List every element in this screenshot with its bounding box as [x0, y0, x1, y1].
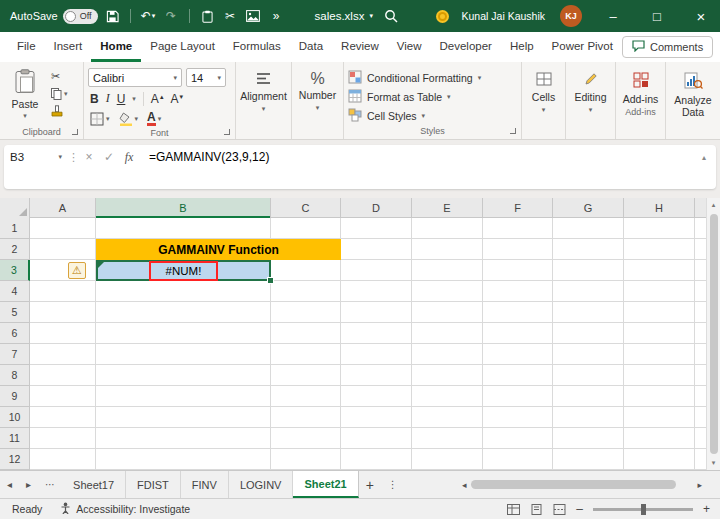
- format-as-table-button[interactable]: Format as Table ▾: [348, 88, 517, 105]
- tab-formulas[interactable]: Formulas: [224, 32, 290, 62]
- add-ins-button[interactable]: Add-ins: [620, 65, 661, 105]
- redo-icon[interactable]: ↷: [163, 4, 180, 28]
- clipboard-icon[interactable]: [199, 4, 216, 28]
- page-layout-view-icon[interactable]: [530, 504, 543, 515]
- new-sheet-button[interactable]: +: [359, 471, 381, 498]
- tab-data[interactable]: Data: [290, 32, 332, 62]
- maximize-button[interactable]: □: [638, 0, 676, 32]
- sheet-more-icon[interactable]: ⋯: [38, 471, 62, 498]
- row-header-7[interactable]: 7: [0, 344, 30, 365]
- scroll-left-icon[interactable]: ◂: [458, 480, 471, 490]
- cell-b3-selected[interactable]: #NUM!: [96, 260, 271, 281]
- column-header-e[interactable]: E: [412, 198, 483, 218]
- page-break-view-icon[interactable]: [553, 504, 566, 515]
- grid-column-d[interactable]: [341, 218, 412, 470]
- row-header-2[interactable]: 2: [0, 239, 30, 260]
- grid-column-g[interactable]: [553, 218, 624, 470]
- shrink-font-button[interactable]: A▾: [170, 92, 183, 106]
- italic-button[interactable]: I: [106, 91, 110, 106]
- row-header-10[interactable]: 10: [0, 407, 30, 428]
- rewards-icon[interactable]: [436, 10, 449, 23]
- name-box-resizer[interactable]: ⋮: [68, 145, 79, 169]
- zoom-in-icon[interactable]: +: [703, 502, 710, 516]
- font-dialog-launcher-icon[interactable]: [224, 129, 230, 135]
- normal-view-icon[interactable]: [507, 504, 520, 515]
- row-header-3[interactable]: 3: [0, 260, 30, 281]
- scroll-down-icon[interactable]: ▾: [707, 456, 720, 470]
- sheet-tab-loginv[interactable]: LOGINV: [229, 471, 294, 498]
- fill-handle[interactable]: [267, 277, 274, 284]
- format-painter-button[interactable]: [51, 104, 68, 117]
- filename[interactable]: sales.xlsx▾: [315, 10, 373, 22]
- row-header-1[interactable]: 1: [0, 218, 30, 239]
- underline-button[interactable]: U: [117, 92, 126, 106]
- error-options-icon[interactable]: ⚠: [68, 262, 86, 279]
- paste-button[interactable]: Paste ▾: [4, 65, 46, 125]
- row-header-9[interactable]: 9: [0, 386, 30, 407]
- scroll-right-icon[interactable]: ▸: [693, 480, 706, 490]
- number-button[interactable]: % Number ▾: [296, 65, 339, 112]
- borders-button[interactable]: ▾: [90, 112, 110, 126]
- name-box[interactable]: B3▾: [4, 145, 68, 169]
- autosave-pill[interactable]: Off: [63, 9, 98, 24]
- cell-b2-title[interactable]: GAMMAINV Function: [96, 239, 341, 260]
- tab-page-layout[interactable]: Page Layout: [141, 32, 224, 62]
- row-header-4[interactable]: 4: [0, 281, 30, 302]
- zoom-out-icon[interactable]: –: [576, 502, 583, 516]
- fill-color-button[interactable]: ▾: [119, 112, 139, 126]
- undo-icon[interactable]: ↶▾: [140, 4, 157, 28]
- column-header-b[interactable]: B: [96, 198, 271, 218]
- copy-button[interactable]: ▾: [51, 87, 68, 100]
- conditional-formatting-button[interactable]: Conditional Formatting ▾: [348, 69, 517, 86]
- tab-review[interactable]: Review: [332, 32, 388, 62]
- font-name-select[interactable]: Calibri▾: [88, 68, 182, 87]
- more-commands-icon[interactable]: »: [268, 4, 285, 28]
- tab-power-pivot[interactable]: Power Pivot: [543, 32, 622, 62]
- cells-button[interactable]: Cells ▾: [526, 65, 561, 114]
- user-name[interactable]: Kunal Jai Kaushik: [462, 10, 545, 22]
- tab-view[interactable]: View: [388, 32, 431, 62]
- column-header-c[interactable]: C: [271, 198, 341, 218]
- analyze-data-button[interactable]: Analyze Data: [670, 65, 716, 118]
- comments-button[interactable]: Comments: [622, 36, 713, 58]
- column-header-a[interactable]: A: [30, 198, 96, 218]
- accessibility-status[interactable]: Accessibility: Investigate: [60, 502, 190, 516]
- collapse-formula-bar-icon[interactable]: ▴: [692, 145, 716, 169]
- font-color-button[interactable]: A▾: [147, 112, 161, 126]
- tab-insert[interactable]: Insert: [45, 32, 92, 62]
- column-header-g[interactable]: G: [553, 198, 624, 218]
- column-header-f[interactable]: F: [483, 198, 553, 218]
- grid-column-a[interactable]: [30, 218, 96, 470]
- scroll-up-icon[interactable]: ▴: [707, 198, 720, 212]
- bold-button[interactable]: B: [90, 92, 99, 106]
- sheet-tab-fdist[interactable]: FDIST: [126, 471, 181, 498]
- cell-styles-button[interactable]: Cell Styles ▾: [348, 107, 517, 124]
- cancel-icon[interactable]: ×: [79, 145, 99, 169]
- tab-help[interactable]: Help: [501, 32, 543, 62]
- sheet-nav-left-icon[interactable]: ◂: [0, 471, 19, 498]
- zoom-slider[interactable]: [593, 508, 693, 511]
- underline-options-icon[interactable]: ▾: [132, 95, 136, 103]
- zoom-slider-thumb[interactable]: [641, 504, 646, 515]
- font-size-select[interactable]: 14▾: [186, 68, 226, 87]
- cut-icon[interactable]: ✂: [222, 4, 239, 28]
- insert-function-icon[interactable]: fx: [119, 145, 139, 169]
- save-icon[interactable]: [104, 4, 121, 28]
- grid-column-e[interactable]: [412, 218, 483, 470]
- grid-column-h[interactable]: [624, 218, 695, 470]
- sheet-options-icon[interactable]: ⋮: [381, 471, 405, 498]
- row-header-6[interactable]: 6: [0, 323, 30, 344]
- styles-dialog-launcher-icon[interactable]: [510, 128, 516, 134]
- column-header-h[interactable]: H: [624, 198, 695, 218]
- row-header-12[interactable]: 12: [0, 449, 30, 470]
- tab-developer[interactable]: Developer: [431, 32, 501, 62]
- close-button[interactable]: ×: [682, 0, 720, 32]
- sheet-tab-finv[interactable]: FINV: [181, 471, 229, 498]
- sheet-nav-right-icon[interactable]: ▸: [19, 471, 38, 498]
- row-header-5[interactable]: 5: [0, 302, 30, 323]
- formula-input[interactable]: =GAMMAINV(23,9,12): [139, 145, 692, 169]
- horizontal-scroll-thumb[interactable]: [471, 480, 676, 489]
- tab-file[interactable]: File: [8, 32, 45, 62]
- vertical-scrollbar[interactable]: ▴ ▾: [706, 198, 720, 470]
- grid-cells[interactable]: GAMMAINV Function #NUM! ⚠: [30, 218, 706, 470]
